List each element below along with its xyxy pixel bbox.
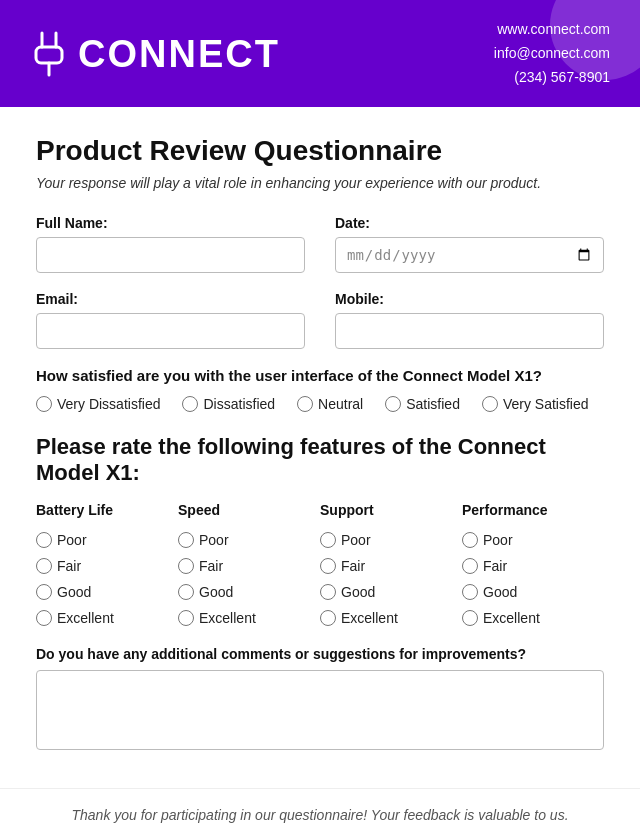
speed-poor[interactable]: Poor — [178, 532, 320, 548]
option-dissatisfied[interactable]: Dissatisfied — [182, 396, 275, 412]
email-group: Email: — [36, 291, 305, 349]
page-title: Product Review Questionnaire — [36, 135, 604, 167]
full-name-label: Full Name: — [36, 215, 305, 231]
email-input[interactable] — [36, 313, 305, 349]
comments-textarea[interactable] — [36, 670, 604, 750]
label-neutral: Neutral — [318, 396, 363, 412]
mobile-group: Mobile: — [335, 291, 604, 349]
email-label: Email: — [36, 291, 305, 307]
radio-very-satisfied[interactable] — [482, 396, 498, 412]
page-footer: Thank you for participating in our quest… — [0, 788, 640, 828]
label-dissatisfied: Dissatisfied — [203, 396, 275, 412]
battery-header: Battery Life — [36, 502, 178, 518]
main-content: Product Review Questionnaire Your respon… — [0, 107, 640, 778]
battery-excellent[interactable]: Excellent — [36, 610, 178, 626]
radio-dissatisfied[interactable] — [182, 396, 198, 412]
comments-label: Do you have any additional comments or s… — [36, 646, 604, 662]
phone-text: (234) 567-8901 — [494, 66, 610, 90]
satisfaction-options-row: Very Dissatisfied Dissatisfied Neutral S… — [36, 396, 604, 412]
date-input[interactable] — [335, 237, 604, 273]
battery-fair[interactable]: Fair — [36, 558, 178, 574]
label-satisfied: Satisfied — [406, 396, 460, 412]
option-neutral[interactable]: Neutral — [297, 396, 363, 412]
full-name-input[interactable] — [36, 237, 305, 273]
rating-col-performance: Performance Poor Fair Good Excellent — [462, 502, 604, 626]
full-name-group: Full Name: — [36, 215, 305, 273]
rating-section-title: Please rate the following features of th… — [36, 434, 604, 486]
label-very-dissatisfied: Very Dissatisfied — [57, 396, 160, 412]
row-email-mobile: Email: Mobile: — [36, 291, 604, 349]
logo-text: CONNECT — [78, 35, 280, 73]
performance-fair[interactable]: Fair — [462, 558, 604, 574]
speed-header: Speed — [178, 502, 320, 518]
page-header: CONNECT www.connect.com info@connect.com… — [0, 0, 640, 107]
rating-col-support: Support Poor Fair Good Excellent — [320, 502, 462, 626]
support-poor[interactable]: Poor — [320, 532, 462, 548]
svg-rect-2 — [36, 47, 62, 63]
performance-excellent[interactable]: Excellent — [462, 610, 604, 626]
contact-info: www.connect.com info@connect.com (234) 5… — [494, 18, 610, 89]
speed-good[interactable]: Good — [178, 584, 320, 600]
comments-section: Do you have any additional comments or s… — [36, 646, 604, 754]
radio-neutral[interactable] — [297, 396, 313, 412]
radio-very-dissatisfied[interactable] — [36, 396, 52, 412]
email-text: info@connect.com — [494, 42, 610, 66]
footer-text: Thank you for participating in our quest… — [71, 807, 568, 823]
satisfaction-section: How satisfied are you with the user inte… — [36, 367, 604, 412]
option-satisfied[interactable]: Satisfied — [385, 396, 460, 412]
logo-area: CONNECT — [30, 29, 280, 79]
speed-fair[interactable]: Fair — [178, 558, 320, 574]
website-text: www.connect.com — [494, 18, 610, 42]
battery-poor[interactable]: Poor — [36, 532, 178, 548]
label-very-satisfied: Very Satisfied — [503, 396, 589, 412]
rating-col-battery: Battery Life Poor Fair Good Excellent — [36, 502, 178, 626]
performance-good[interactable]: Good — [462, 584, 604, 600]
speed-excellent[interactable]: Excellent — [178, 610, 320, 626]
page-subtitle: Your response will play a vital role in … — [36, 175, 604, 191]
date-group: Date: — [335, 215, 604, 273]
rating-table: Battery Life Poor Fair Good Excellent Sp… — [36, 502, 604, 626]
row-name-date: Full Name: Date: — [36, 215, 604, 273]
rating-col-speed: Speed Poor Fair Good Excellent — [178, 502, 320, 626]
radio-satisfied[interactable] — [385, 396, 401, 412]
mobile-label: Mobile: — [335, 291, 604, 307]
battery-good[interactable]: Good — [36, 584, 178, 600]
option-very-satisfied[interactable]: Very Satisfied — [482, 396, 589, 412]
support-good[interactable]: Good — [320, 584, 462, 600]
support-fair[interactable]: Fair — [320, 558, 462, 574]
date-label: Date: — [335, 215, 604, 231]
support-excellent[interactable]: Excellent — [320, 610, 462, 626]
performance-poor[interactable]: Poor — [462, 532, 604, 548]
performance-header: Performance — [462, 502, 604, 518]
logo-icon — [30, 29, 68, 79]
option-very-dissatisfied[interactable]: Very Dissatisfied — [36, 396, 160, 412]
mobile-input[interactable] — [335, 313, 604, 349]
support-header: Support — [320, 502, 462, 518]
satisfaction-question: How satisfied are you with the user inte… — [36, 367, 604, 384]
